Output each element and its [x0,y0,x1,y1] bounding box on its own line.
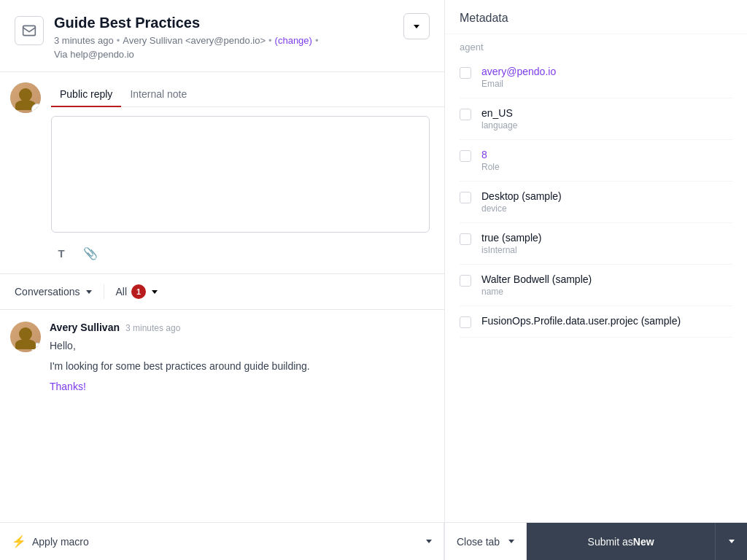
all-chevron-icon [152,290,158,294]
metadata-checkbox-0[interactable] [460,67,471,79]
metadata-value-0: avery@pendo.io [481,66,732,77]
metadata-info-5: Walter Bodwell (sample)name [481,273,732,297]
dot1: • [117,35,120,46]
tab-internal-note[interactable]: Internal note [121,82,196,107]
metadata-label-5: name [481,287,732,297]
email-icon [15,16,44,45]
metadata-label-1: language [481,120,732,131]
ticket-via: Via help@pendo.io [54,49,134,60]
dot3: • [315,35,319,46]
close-tab-button[interactable]: Close tab [445,523,527,560]
metadata-checkbox-3[interactable] [460,192,471,203]
metadata-info-0: avery@pendo.ioEmail [481,66,732,89]
metadata-value-3: Desktop (sample) [481,190,732,202]
avatar: + [10,82,41,113]
conversations-chevron-icon [86,290,92,294]
metadata-value-4: true (sample) [481,232,732,244]
left-bottom-bar: ⚡ Apply macro [0,522,444,560]
metadata-item: true (sample)isInternal [460,223,732,265]
message-avatar: + [10,322,41,352]
attachment-button[interactable]: 📎 [80,243,101,263]
message-time: 3 minutes ago [125,323,180,333]
chevron-down-icon [414,25,419,28]
ticket-title: Guide Best Practices [54,13,393,32]
metadata-label-0: Email [481,79,732,89]
macro-chevron-icon [426,540,432,543]
close-tab-chevron-icon [508,540,514,543]
metadata-header: Metadata [445,0,747,34]
close-tab-label: Close tab [457,536,500,548]
metadata-item: 8Role [460,140,732,182]
dot2: • [268,35,272,46]
text-icon: T [58,247,64,260]
tab-public-reply[interactable]: Public reply [51,82,121,107]
ticket-info: Guide Best Practices 3 minutes ago • Ave… [54,13,393,60]
metadata-value-2: 8 [481,149,732,160]
metadata-item: en_USlanguage [460,98,732,140]
message-line2: I'm looking for some best practices arou… [50,358,430,374]
metadata-info-2: 8Role [481,149,732,172]
submit-prefix: Submit as [588,536,633,548]
right-panel: Metadata agent avery@pendo.ioEmailen_USl… [445,0,747,560]
metadata-item: avery@pendo.ioEmail [460,57,732,98]
metadata-label-4: isInternal [481,245,732,255]
reply-toolbar: T 📎 [51,236,444,273]
metadata-label-3: device [481,203,732,214]
submit-dropdown-button[interactable] [715,523,747,560]
message-thread: + Avery Sullivan 3 minutes ago Hello, I'… [0,310,444,522]
metadata-checkbox-4[interactable] [460,233,471,245]
metadata-value-1: en_US [481,107,732,119]
metadata-checkbox-2[interactable] [460,150,471,162]
submit-button[interactable]: Submit as New [527,523,715,560]
metadata-item: FusionOps.Profile.data.user.projec (samp… [460,306,732,338]
conversations-text: Conversations [15,286,80,298]
avatar-container: + [10,82,41,113]
metadata-checkbox-5[interactable] [460,275,471,287]
message-author-name: Avery Sullivan [50,322,120,333]
svg-rect-0 [23,26,36,35]
message-author-row: Avery Sullivan 3 minutes ago [50,322,430,333]
conversations-label[interactable]: Conversations [15,286,92,298]
message-content: Avery Sullivan 3 minutes ago Hello, I'm … [50,322,430,510]
ticket-dropdown-button[interactable] [403,13,430,39]
metadata-value-5: Walter Bodwell (sample) [481,273,732,285]
reply-tabs: Public reply Internal note [51,72,444,107]
conversations-divider [104,284,104,299]
metadata-info-1: en_USlanguage [481,107,732,131]
metadata-info-6: FusionOps.Profile.data.user.projec (samp… [481,315,732,327]
ticket-author: Avery Sullivan <avery@pendo.io> [123,35,266,46]
conversations-bar: Conversations All 1 [0,274,444,310]
reply-textarea[interactable] [51,116,430,233]
right-bottom-bar: Close tab Submit as New [445,522,747,560]
metadata-list: avery@pendo.ioEmailen_USlanguage8RoleDes… [445,57,747,522]
metadata-label-2: Role [481,162,732,172]
all-label: All [116,286,128,298]
lightning-icon: ⚡ [12,534,26,548]
count-badge: 1 [131,284,146,299]
change-link[interactable]: (change) [275,35,312,46]
reply-section: + Public reply Internal note T 📎 [0,72,444,274]
apply-macro-button[interactable]: ⚡ Apply macro [0,523,444,560]
macro-left: ⚡ Apply macro [12,534,89,548]
metadata-item: Walter Bodwell (sample)name [460,265,732,306]
metadata-checkbox-1[interactable] [460,109,471,120]
message-line1: Hello, [50,338,430,354]
text-format-button[interactable]: T [51,243,71,263]
ticket-time: 3 minutes ago [54,35,114,46]
macro-label: Apply macro [32,536,89,548]
metadata-value-6: FusionOps.Profile.data.user.projec (samp… [481,315,732,327]
ticket-header: Guide Best Practices 3 minutes ago • Ave… [0,0,444,72]
submit-chevron-icon [729,540,735,543]
msg-avatar-plus-icon: + [31,343,41,352]
message-thanks: Thanks! [50,381,430,392]
attachment-icon: 📎 [83,246,98,260]
avatar-plus-icon: + [31,104,41,113]
submit-bold: New [633,536,654,548]
metadata-info-4: true (sample)isInternal [481,232,732,255]
metadata-checkbox-6[interactable] [460,316,471,328]
left-panel: Guide Best Practices 3 minutes ago • Ave… [0,0,445,560]
metadata-section-label: agent [445,34,747,57]
metadata-item: Desktop (sample)device [460,182,732,223]
metadata-info-3: Desktop (sample)device [481,190,732,214]
all-filter[interactable]: All 1 [116,284,158,299]
